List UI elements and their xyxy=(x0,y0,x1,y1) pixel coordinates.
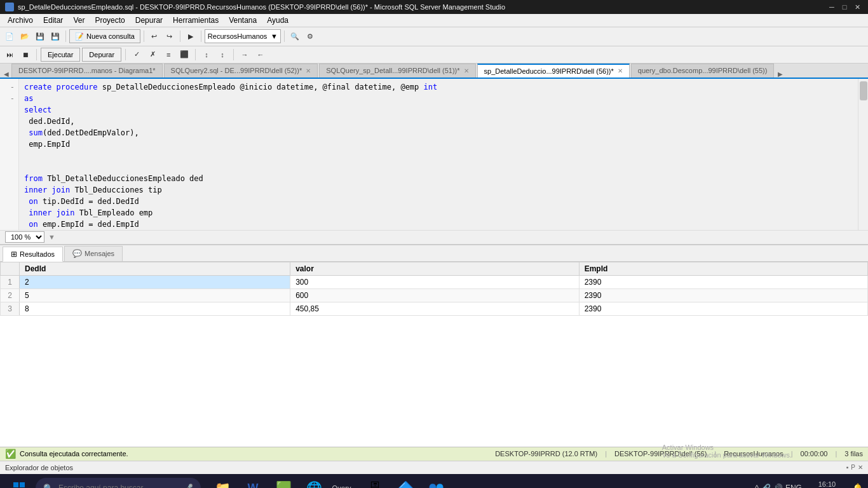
taskbar-clock[interactable]: 16:10 26/10/2018 xyxy=(804,480,850,488)
tab-mensajes[interactable]: 💬 Mensajes xyxy=(64,246,123,261)
sep7 xyxy=(125,49,126,60)
taskbar-app-word[interactable]: W xyxy=(239,474,267,488)
tab-sp-detallededucciones[interactable]: sp_DetalleDeducciо...99IPRRD\dell (56))*… xyxy=(477,64,630,78)
svg-rect-1 xyxy=(20,482,25,487)
tab-resultados[interactable]: ⊞ Resultados xyxy=(3,247,63,262)
tab-sqlquery-sp[interactable]: SQLQuery_sp_Detall...99IPRRD\dell (51))*… xyxy=(319,64,475,78)
ejecutar-button[interactable]: Ejecutar xyxy=(41,48,80,62)
tabs-right-scroll[interactable]: ▶ xyxy=(775,71,785,78)
indent-btn[interactable]: → xyxy=(238,48,252,62)
window-title: sp_DetalleDeduccionesEmpleado.sql - DESK… xyxy=(18,3,505,11)
new-file-btn[interactable]: 📄 xyxy=(3,29,17,43)
row3-empid: 2390 xyxy=(579,302,867,315)
menu-ayuda[interactable]: Ayuda xyxy=(262,14,294,27)
row3-num: 3 xyxy=(1,302,20,315)
tab-sp-close[interactable]: ✕ xyxy=(618,67,623,74)
mensajes-label: Mensajes xyxy=(85,250,114,257)
obj-controls[interactable]: ▪ P ✕ xyxy=(846,464,863,471)
toolbar-main: 📄 📂 💾 💾 📝 Nueva consulta ↩ ↪ ▶ RecursosH… xyxy=(0,27,868,46)
taskbar-app-chrome[interactable]: 🌐 xyxy=(300,474,328,488)
undo-btn[interactable]: ↩ xyxy=(147,29,161,43)
sep1 xyxy=(65,30,66,42)
taskbar-app-other[interactable]: 🟩 xyxy=(269,474,297,488)
menu-depurar[interactable]: Depurar xyxy=(130,14,168,27)
menu-ver[interactable]: Ver xyxy=(68,14,90,27)
more-btn[interactable]: ⚙ xyxy=(303,29,317,43)
nueva-consulta-label: Nueva consulta xyxy=(86,32,135,40)
menu-archivo[interactable]: Archivo xyxy=(3,14,38,27)
obj-pin2[interactable]: P xyxy=(851,464,855,471)
sep9 xyxy=(233,49,234,60)
maximize-button[interactable]: □ xyxy=(839,1,850,13)
close-button[interactable]: ✕ xyxy=(851,1,863,13)
volume-icon[interactable]: 🔊 xyxy=(773,484,783,488)
outdent-btn[interactable]: ← xyxy=(254,48,268,62)
start-button[interactable] xyxy=(5,474,33,488)
sort-btn[interactable]: ↕ xyxy=(200,48,214,62)
tab-sqlquery-sp-close[interactable]: ✕ xyxy=(464,67,469,74)
save-all-btn[interactable]: 💾 xyxy=(48,29,62,43)
database-dropdown[interactable]: RecursosHumanos ▼ xyxy=(205,29,281,43)
windows-icon xyxy=(13,482,25,488)
window-controls[interactable]: ─ □ ✕ xyxy=(826,1,863,13)
depurar-button[interactable]: Depurar xyxy=(82,48,121,62)
obj-explorer-label: Explorador de objetos xyxy=(5,464,73,471)
sort2-btn[interactable]: ↕ xyxy=(215,48,229,62)
row1-valor: 300 xyxy=(290,275,580,288)
save-btn[interactable]: 💾 xyxy=(33,29,47,43)
menu-editar[interactable]: Editar xyxy=(38,14,68,27)
parse-btn[interactable]: ✓ xyxy=(130,48,144,62)
col-empid: EmpId xyxy=(579,262,867,275)
taskbar-app-ssms[interactable]: 🗄 xyxy=(361,474,389,488)
menu-ventana[interactable]: Ventana xyxy=(224,14,262,27)
stop-btn[interactable]: ⏹ xyxy=(18,48,32,62)
taskbar-app-query[interactable]: Query _ xyxy=(330,474,358,488)
chevron-up-icon[interactable]: ^ xyxy=(755,484,759,488)
row3-valor: 450,85 xyxy=(290,302,580,315)
run-btn[interactable]: ▶ xyxy=(184,29,198,43)
tab-sqlquery2[interactable]: SQLQuery2.sql - DE...99IPRRD\dell (52))*… xyxy=(164,64,318,78)
menu-bar: Archivo Editar Ver Proyecto Depurar Herr… xyxy=(0,14,868,27)
menu-proyecto[interactable]: Proyecto xyxy=(90,14,130,27)
scroll-thumb[interactable] xyxy=(860,81,867,100)
minimize-button[interactable]: ─ xyxy=(826,1,837,13)
results-table-container[interactable]: DedId valor EmpId 1 2 300 2390 xyxy=(0,262,868,447)
row2-num: 2 xyxy=(1,288,20,302)
lang-indicator[interactable]: ENG xyxy=(785,484,802,488)
zoom-select[interactable]: 100 % 75 % 125 % xyxy=(5,231,44,243)
taskbar-app-teams[interactable]: 👥 xyxy=(422,474,450,488)
taskbar-app-vs[interactable]: 🔷 xyxy=(391,474,419,488)
toolbar-query: ⏭ ⏹ Ejecutar Depurar ✓ ✗ ≡ ⬛ ↕ ↕ → ← xyxy=(0,46,868,64)
results-btn[interactable]: ≡ xyxy=(161,48,175,62)
find-btn[interactable]: 🔍 xyxy=(288,29,302,43)
taskbar-app-file-explorer[interactable]: 📁 xyxy=(208,474,236,488)
row2-empid: 2390 xyxy=(579,288,867,302)
notifications-icon[interactable]: 🔔 xyxy=(852,483,863,488)
search-icon: 🔍 xyxy=(43,484,53,489)
obj-pin[interactable]: ▪ xyxy=(846,464,849,471)
col-dedid: DedId xyxy=(20,262,290,275)
menu-herramientas[interactable]: Herramientas xyxy=(168,14,224,27)
mic-icon: 🎤 xyxy=(184,484,193,488)
open-file-btn[interactable]: 📂 xyxy=(18,29,32,43)
tab-sqlquery2-close[interactable]: ✕ xyxy=(306,67,311,74)
cancel-btn[interactable]: ✗ xyxy=(146,48,159,62)
tabs-left-scroll[interactable]: ◀ xyxy=(1,71,11,78)
editor-scrollbar[interactable] xyxy=(858,79,868,230)
taskbar-apps: 📁 W 🟩 🌐 Query _ 🗄 🔷 👥 xyxy=(208,474,450,488)
obj-close-btn[interactable]: ✕ xyxy=(858,464,863,471)
status-bar: ✅ Consulta ejecutada correctamente. DESK… xyxy=(0,447,868,460)
tab-query-dbo[interactable]: query_dbo.Descomp...99IPRRD\dell (55)) xyxy=(631,64,775,78)
search-bar[interactable]: 🔍 🎤 xyxy=(36,478,201,488)
redo-btn[interactable]: ↪ xyxy=(163,29,177,43)
search-input[interactable] xyxy=(58,484,179,488)
debug-step-btn[interactable]: ⏭ xyxy=(3,48,17,62)
code-editor[interactable]: create procedure sp_DetalleDeduccionesEm… xyxy=(19,79,858,230)
tab-diagrama[interactable]: DESKTOP-99IPRRD....manos - Diagrama1* xyxy=(11,64,163,78)
nueva-consulta-button[interactable]: 📝 Nueva consulta xyxy=(69,29,140,43)
tab-sqlquery-sp-label: SQLQuery_sp_Detall...99IPRRD\dell (51))* xyxy=(326,67,459,74)
align-btn[interactable]: ⬛ xyxy=(177,48,191,62)
svg-rect-0 xyxy=(13,482,18,487)
zoom-label: ▼ xyxy=(48,233,55,241)
table-row: 1 2 300 2390 xyxy=(1,275,868,288)
